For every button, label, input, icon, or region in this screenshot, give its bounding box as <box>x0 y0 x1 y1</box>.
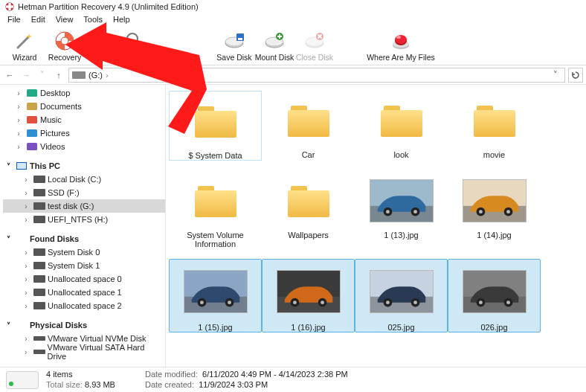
collapse-icon[interactable]: ˅ <box>3 235 13 243</box>
magnifier-icon <box>124 30 145 52</box>
vid-icon <box>26 141 38 152</box>
drive-icon <box>33 287 45 298</box>
expand-icon[interactable]: › <box>21 289 31 297</box>
tree-physical-item-1[interactable]: › VMware Virtual SATA Hard Drive <box>3 345 165 359</box>
tree-found-item-1[interactable]: › System Disk 1 <box>3 259 165 272</box>
refresh-button[interactable] <box>568 68 583 83</box>
expand-icon[interactable]: › <box>21 262 31 270</box>
toolbar: Wizard Recovery Save Disk Mount Disk Clo… <box>0 27 586 65</box>
expand-icon[interactable]: › <box>21 176 31 184</box>
address-path-suffix: (G:) <box>88 71 103 80</box>
tree-found-item-0[interactable]: › System Disk 0 <box>3 245 165 259</box>
mountdisk-button[interactable]: Mount Disk <box>254 30 294 62</box>
svg-rect-24 <box>27 116 37 123</box>
grid-item-label: Wallpapers <box>288 231 329 240</box>
expand-icon[interactable]: › <box>21 216 31 224</box>
grid-item-label: look <box>393 150 408 159</box>
savedisk-button[interactable]: Save Disk <box>214 30 254 62</box>
grid-item-label: Car <box>302 150 315 159</box>
collapse-icon[interactable]: ˅ <box>3 321 13 330</box>
tree-quick-doc[interactable]: › Documents <box>3 100 165 113</box>
desktop-icon <box>26 88 38 98</box>
grid-item-label: 026.jpg <box>480 323 507 332</box>
breadcrumb-sep: › <box>106 71 109 80</box>
grid-item-label: 025.jpg <box>387 323 414 332</box>
grid-item[interactable]: 1 (16).jpg <box>262 259 355 332</box>
tree-thispc-item-2[interactable]: › test disk (G:) <box>3 199 165 213</box>
grid-item[interactable]: 1 (15).jpg <box>169 259 262 332</box>
tree-found-item-3[interactable]: › Unallocated space 1 <box>3 286 165 299</box>
expand-icon[interactable]: › <box>13 143 24 151</box>
grid-item[interactable]: 1 (13).jpg <box>355 171 448 248</box>
tree-quick-desktop[interactable]: › Desktop <box>3 86 165 100</box>
main-area: › Desktop › Documents › Music › Pictures… <box>0 85 586 367</box>
grid-item[interactable]: Car <box>262 91 355 161</box>
grid-item[interactable]: Wallpapers <box>262 171 355 248</box>
address-dropdown[interactable]: ˅ <box>550 70 561 80</box>
photo-thumbnail <box>463 179 527 222</box>
grid-item[interactable]: System Volume Information <box>169 171 262 248</box>
nav-forward: → <box>19 68 33 82</box>
grid-item-label: System Volume Information <box>172 231 260 248</box>
tree-found-item-label: Unallocated space 0 <box>48 274 122 283</box>
grid-item[interactable]: 026.jpg <box>448 259 541 332</box>
tree-thispc-item-0[interactable]: › Local Disk (C:) <box>3 173 165 186</box>
expand-icon[interactable]: › <box>13 89 24 97</box>
expand-icon[interactable]: › <box>13 116 24 124</box>
tree-found-item-4[interactable]: › Unallocated space 2 <box>3 299 165 312</box>
address-box[interactable]: (G:) › ˅ <box>68 68 565 83</box>
menu-file[interactable]: File <box>3 14 25 26</box>
search-button-hidden[interactable] <box>115 30 155 62</box>
tree-found-item-2[interactable]: › Unallocated space 0 <box>3 272 165 286</box>
recovery-button[interactable]: Recovery <box>45 30 85 62</box>
expand-icon[interactable]: › <box>21 189 31 197</box>
expand-icon[interactable]: › <box>21 275 31 283</box>
expand-icon[interactable]: › <box>21 335 31 343</box>
grid-item[interactable]: $ System Data <box>169 91 262 161</box>
nav-history-dropdown[interactable]: ˅ <box>36 68 49 82</box>
folder-icon <box>195 184 236 217</box>
wherearemyfiles-button[interactable]: Where Are My Files <box>360 30 442 62</box>
menu-tools[interactable]: Tools <box>79 14 107 26</box>
svg-rect-23 <box>27 103 37 110</box>
expand-icon[interactable]: › <box>13 103 24 111</box>
expand-icon[interactable]: › <box>21 248 31 257</box>
grid-item[interactable]: look <box>355 91 448 161</box>
drive-icon <box>33 333 45 344</box>
grid-item[interactable]: 025.jpg <box>355 259 448 332</box>
nav-back[interactable]: ← <box>3 68 16 82</box>
doc-icon <box>26 101 38 112</box>
grid-item-label: 1 (15).jpg <box>198 323 232 332</box>
grid-item-label: 1 (16).jpg <box>291 323 325 332</box>
grid-item[interactable]: movie <box>448 91 541 161</box>
tree-quick-vid[interactable]: › Videos <box>3 140 165 153</box>
disk-close-icon <box>303 30 326 52</box>
tree-found[interactable]: ˅ Found Disks <box>3 232 165 245</box>
nav-up[interactable]: ↑ <box>52 68 65 82</box>
navigation-tree[interactable]: › Desktop › Documents › Music › Pictures… <box>0 85 166 367</box>
menu-view[interactable]: View <box>51 14 78 26</box>
grid-item[interactable]: 1 (14).jpg <box>448 171 541 248</box>
expand-icon[interactable]: › <box>21 348 31 356</box>
expand-icon[interactable]: › <box>21 302 31 310</box>
collapse-icon[interactable]: ˅ <box>3 162 13 170</box>
closedisk-label: Close Disk <box>296 53 333 62</box>
menu-edit[interactable]: Edit <box>27 14 50 26</box>
menu-help[interactable]: Help <box>109 14 135 26</box>
tree-thispc-item-3[interactable]: › UEFI_NTFS (H:) <box>3 213 165 226</box>
svg-point-32 <box>413 210 417 213</box>
app-icon <box>4 1 15 12</box>
status-mod-val: 6/11/2020 4:49 PM - 4/14/2023 2:38 PM <box>202 370 348 379</box>
drive-icon <box>33 247 45 257</box>
tree-quick-music[interactable]: › Music <box>3 113 165 126</box>
tree-physical[interactable]: ˅ Physical Disks <box>3 318 165 332</box>
closedisk-button: Close Disk <box>294 30 335 62</box>
tree-found-item-label: Unallocated space 2 <box>48 301 122 310</box>
expand-icon[interactable]: › <box>13 129 24 138</box>
expand-icon[interactable]: › <box>21 202 31 211</box>
tree-thispc-item-1[interactable]: › SSD (F:) <box>3 186 165 199</box>
tree-thispc[interactable]: ˅ This PC <box>3 159 165 173</box>
content-pane[interactable]: $ System Data Car look movie System Volu… <box>166 85 586 367</box>
tree-quick-pic[interactable]: › Pictures <box>3 126 165 140</box>
wizard-button[interactable]: Wizard <box>4 30 45 62</box>
